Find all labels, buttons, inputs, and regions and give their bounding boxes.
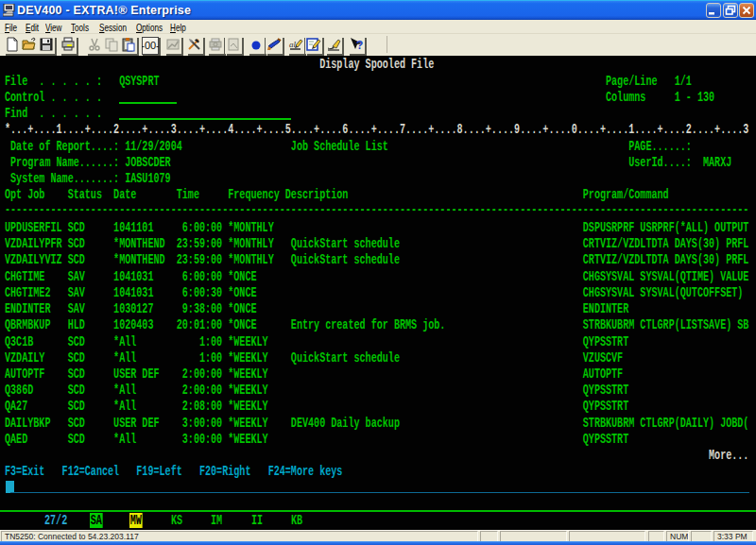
- svg-text:?: ?: [356, 39, 363, 52]
- svg-text:-00-: -00-: [142, 40, 159, 51]
